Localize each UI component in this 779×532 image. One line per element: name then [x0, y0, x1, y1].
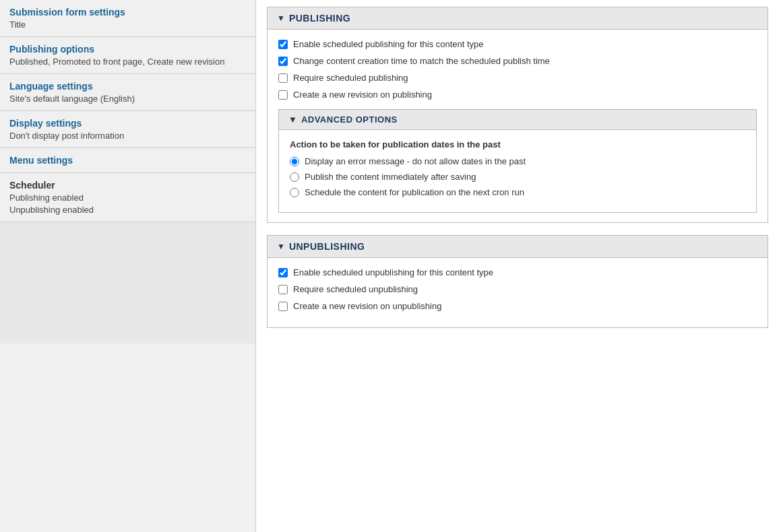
radio-radio-publish-immediately[interactable] [290, 172, 299, 182]
action-label: Action to be taken for publication dates… [290, 139, 745, 149]
checkbox-require-scheduled-unpublishing[interactable] [278, 285, 288, 294]
sidebar-subtext-display-settings: Don't display post information [9, 131, 246, 141]
sidebar-link-publishing-options[interactable]: Publishing options [9, 44, 94, 55]
checkbox-row-enable-scheduled-unpublishing: Enable scheduled unpublishing for this c… [278, 267, 757, 277]
sidebar-link-menu-settings[interactable]: Menu settings [9, 155, 73, 166]
radio-label-radio-error: Display an error message - do not allow … [305, 156, 526, 166]
unpublishing-section-header: ▼ UNPUBLISHING [268, 236, 768, 258]
checkbox-label-require-scheduled-publishing: Require scheduled publishing [293, 73, 408, 83]
publishing-section: ▼ PUBLISHING Enable scheduled publishing… [267, 7, 768, 223]
checkbox-enable-scheduled-unpublishing[interactable] [278, 268, 288, 277]
radio-label-radio-schedule-cron: Schedule the content for publication on … [305, 187, 524, 197]
checkbox-row-require-scheduled-unpublishing: Require scheduled unpublishing [278, 284, 757, 294]
checkbox-row-create-new-revision-unpublishing: Create a new revision on unpublishing [278, 301, 757, 311]
sidebar-subtext-submission-form-settings: Title [9, 20, 246, 30]
advanced-options-title: ADVANCED OPTIONS [301, 114, 398, 125]
sidebar-link-display-settings[interactable]: Display settings [9, 118, 82, 129]
radio-radio-schedule-cron[interactable] [290, 188, 299, 197]
publishing-section-header: ▼ PUBLISHING [268, 7, 768, 30]
unpublishing-triangle-icon: ▼ [277, 242, 285, 251]
sidebar-item-menu-settings: Menu settings [0, 148, 255, 173]
sidebar-link-language-settings[interactable]: Language settings [9, 81, 93, 92]
radio-row-radio-schedule-cron: Schedule the content for publication on … [290, 187, 745, 197]
publishing-triangle-icon: ▼ [277, 13, 285, 23]
checkbox-label-create-new-revision-publishing: Create a new revision on publishing [293, 90, 432, 100]
sidebar-subtext-publishing-options: Published, Promoted to front page, Creat… [9, 57, 246, 67]
sidebar-item-language-settings: Language settingsSite's default language… [0, 74, 255, 111]
sidebar-subtext-language-settings: Site's default language (English) [9, 94, 246, 104]
sidebar-item-display-settings: Display settingsDon't display post infor… [0, 111, 255, 148]
radio-label-radio-publish-immediately: Publish the content immediately after sa… [305, 172, 476, 182]
sidebar-link-submission-form-settings[interactable]: Submission form settings [9, 7, 125, 18]
checkbox-label-enable-scheduled-publishing: Enable scheduled publishing for this con… [293, 39, 484, 49]
unpublishing-section-body: Enable scheduled unpublishing for this c… [268, 258, 768, 327]
checkbox-label-require-scheduled-unpublishing: Require scheduled unpublishing [293, 284, 418, 294]
checkbox-create-new-revision-publishing[interactable] [278, 90, 288, 100]
sidebar-item-submission-form-settings: Submission form settingsTitle [0, 0, 255, 37]
publishing-section-body: Enable scheduled publishing for this con… [268, 30, 768, 222]
radio-row-radio-publish-immediately: Publish the content immediately after sa… [290, 172, 745, 182]
advanced-options-header: ▼ ADVANCED OPTIONS [279, 110, 756, 130]
checkbox-row-require-scheduled-publishing: Require scheduled publishing [278, 73, 757, 83]
unpublishing-section: ▼ UNPUBLISHING Enable scheduled unpublis… [267, 235, 768, 328]
checkbox-create-new-revision-unpublishing[interactable] [278, 302, 288, 311]
main-content: ▼ PUBLISHING Enable scheduled publishing… [256, 0, 779, 532]
radio-row-radio-error: Display an error message - do not allow … [290, 156, 745, 166]
checkbox-row-change-content-creation-time: Change content creation time to match th… [278, 56, 757, 66]
publishing-section-title: PUBLISHING [289, 13, 350, 24]
sidebar-scheduler: Scheduler Publishing enabled Unpublishin… [0, 173, 255, 222]
radio-radio-error[interactable] [290, 157, 299, 166]
checkbox-require-scheduled-publishing[interactable] [278, 73, 288, 83]
scheduler-title: Scheduler [9, 180, 246, 191]
checkbox-label-enable-scheduled-unpublishing: Enable scheduled unpublishing for this c… [293, 267, 493, 277]
sidebar: Submission form settingsTitlePublishing … [0, 0, 256, 532]
advanced-triangle-icon: ▼ [288, 114, 297, 125]
advanced-options-body: Action to be taken for publication dates… [279, 130, 756, 212]
checkbox-label-change-content-creation-time: Change content creation time to match th… [293, 56, 550, 66]
checkbox-row-enable-scheduled-publishing: Enable scheduled publishing for this con… [278, 39, 757, 49]
checkbox-change-content-creation-time[interactable] [278, 57, 288, 66]
unpublishing-section-title: UNPUBLISHING [289, 241, 365, 252]
checkbox-row-create-new-revision-publishing: Create a new revision on publishing [278, 90, 757, 100]
checkbox-label-create-new-revision-unpublishing: Create a new revision on unpublishing [293, 301, 441, 311]
scheduler-unpublishing-enabled: Unpublishing enabled [9, 205, 246, 215]
scheduler-publishing-enabled: Publishing enabled [9, 193, 246, 203]
sidebar-item-publishing-options: Publishing optionsPublished, Promoted to… [0, 37, 255, 74]
sidebar-empty-space [0, 222, 255, 343]
advanced-options-box: ▼ ADVANCED OPTIONS Action to be taken fo… [278, 109, 757, 213]
checkbox-enable-scheduled-publishing[interactable] [278, 40, 288, 49]
